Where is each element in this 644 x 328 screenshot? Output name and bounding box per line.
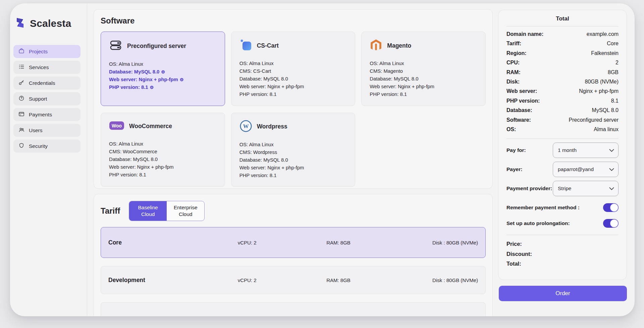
pay-for-select[interactable]: 1 month [553, 143, 619, 158]
shield-icon [18, 143, 24, 150]
tariff-title: Tariff [101, 206, 120, 216]
tariff-name: Core [108, 239, 238, 246]
software-card-title: WooCommerce [129, 123, 172, 130]
spec-line-os: OS: Alma Linux [239, 141, 347, 148]
help-circle-icon [18, 95, 24, 103]
payer-select[interactable]: paparrot@yand [553, 162, 619, 177]
svg-text:Woo: Woo [112, 123, 122, 128]
summary-row-disk: Disk:80GB (NVMe) [506, 77, 619, 87]
price-rows: Price: Discount: Total: [506, 239, 619, 269]
software-title: Software [101, 16, 486, 25]
tariff-row-development[interactable]: Development vCPU: 2 RAM: 8GB Disk : 80GB… [101, 266, 486, 294]
spec-line-database: Database: MySQL 8.0 [239, 157, 347, 163]
spec-line-os: OS: Alma Linux [109, 61, 217, 67]
sidebar-item-support[interactable]: Support [13, 92, 80, 105]
payment-provider-row: Payment provider: Stripe [506, 181, 619, 196]
summary-row-tariff: Tariff:Core [506, 39, 619, 48]
auto-prolongation-label: Set up auto prolongation: [506, 220, 570, 226]
summary-rows: Domain name:example.com Tariff:Core Regi… [506, 30, 619, 134]
sidebar-item-label: Security [29, 143, 48, 149]
tariff-row-partial [101, 302, 486, 316]
tariff-disk: Disk : 80GB (NVMe) [412, 277, 478, 283]
pay-for-row: Pay for: 1 month [506, 143, 619, 158]
briefcase-icon [18, 48, 24, 55]
summary-row-webserver: Web server:Nginx + php-fpm [506, 87, 619, 96]
tab-enterprise-cloud[interactable]: Enterprise Cloud [167, 201, 204, 221]
spec-line-webserver: Web server: Nginx + php-fpm⚙ [109, 76, 217, 83]
spec-line-webserver: Web server: Nginx + php-fpm [370, 83, 477, 90]
sidebar-item-credentials[interactable]: Credentials [13, 76, 80, 90]
tariff-vcpu: vCPU: 2 [238, 240, 326, 245]
magento-logo-icon [370, 39, 382, 53]
summary-row-database: Database:MySQL 8.0 [506, 106, 619, 115]
software-section: Software Preconfigured server OS: Alma L… [94, 9, 493, 189]
cloud-type-tabs: Baseline Cloud Enterprise Cloud [129, 201, 205, 221]
chevron-down-icon [609, 147, 614, 153]
credit-card-icon [18, 111, 24, 118]
remember-payment-row: Remember payment method : [506, 203, 619, 212]
spec-line-php: PHP version: 8.1 [370, 91, 477, 98]
spec-line-webserver: Web server: Nginx + php-fpm [239, 83, 347, 90]
software-card-title: Preconfigured server [127, 43, 186, 50]
software-card-title: CS-Cart [257, 42, 279, 49]
spec-line-cms: CMS: Magento [370, 68, 477, 74]
spec-line-cms: CMS: WooCommerce [109, 148, 217, 155]
tariff-name: Development [108, 277, 238, 284]
spec-line-cms: CMS: Wordpress [239, 149, 347, 156]
software-card-preconfigured-server[interactable]: Preconfigured server OS: Alma Linux Data… [101, 32, 225, 106]
tariff-ram: RAM: 8GB [326, 240, 411, 245]
sidebar-item-payments[interactable]: Payments [13, 108, 80, 121]
sidebar: Scalesta Projects Services [10, 3, 87, 316]
list-icon [18, 64, 24, 71]
chevron-down-icon [609, 185, 614, 192]
scalesta-logo-icon [14, 17, 26, 30]
wordpress-logo-icon: W [239, 120, 252, 134]
auto-prolongation-row: Set up auto prolongation: [506, 219, 619, 228]
software-card-magento[interactable]: Magento OS: Alma Linux CMS: Magento Data… [361, 32, 486, 106]
payer-label: Payer: [506, 166, 522, 172]
payment-provider-select[interactable]: Stripe [553, 181, 619, 196]
price-row: Price: [506, 239, 619, 249]
payment-provider-label: Payment provider: [506, 185, 552, 192]
app-window: Scalesta Projects Services [10, 3, 635, 316]
order-summary-panel: Total Domain name:example.com Tariff:Cor… [498, 10, 627, 280]
software-card-cs-cart[interactable]: CS-Cart OS: Alma Linux CMS: CS-Cart Data… [231, 32, 356, 106]
sidebar-item-projects[interactable]: Projects [13, 45, 80, 58]
sidebar-item-label: Projects [29, 49, 48, 55]
divider [506, 26, 619, 26]
tab-baseline-cloud[interactable]: Baseline Cloud [129, 201, 167, 221]
sidebar-item-label: Users [29, 127, 42, 133]
svg-text:W: W [243, 123, 249, 129]
spec-line-database: Database: MySQL 8.0 [370, 75, 477, 82]
tariff-disk: Disk : 80GB (NVMe) [412, 240, 478, 245]
remember-payment-label: Remember payment method : [506, 205, 580, 211]
sidebar-item-label: Credentials [29, 80, 55, 86]
spec-line-webserver: Web server: Nginx + php-fpm [239, 164, 347, 171]
auto-prolongation-toggle[interactable] [603, 219, 619, 228]
tariff-row-core[interactable]: Core vCPU: 2 RAM: 8GB Disk : 80GB (NVMe) [101, 227, 486, 258]
spec-line-webserver: Web server: Nginx + php-fpm [109, 164, 217, 170]
order-button[interactable]: Order [499, 286, 627, 301]
tariff-ram: RAM: 8GB [326, 277, 411, 283]
gear-icon[interactable]: ⚙ [161, 69, 165, 74]
remember-payment-toggle[interactable] [603, 203, 619, 212]
software-card-woocommerce[interactable]: Woo WooCommerce OS: Alma Linux CMS: WooC… [101, 113, 225, 187]
divider [506, 235, 619, 235]
software-card-title: Wordpress [257, 123, 287, 130]
spec-line-php: PHP version: 8.1 [239, 172, 347, 179]
key-icon [18, 79, 24, 87]
brand-name: Scalesta [30, 18, 71, 29]
gear-icon[interactable]: ⚙ [150, 85, 154, 90]
software-card-title: Magento [387, 42, 411, 49]
sidebar-item-services[interactable]: Services [13, 61, 80, 74]
spec-line-php: PHP version: 8.1 [109, 171, 217, 178]
spec-line-cms: CMS: CS-Cart [239, 68, 347, 74]
cs-cart-logo-icon [239, 39, 252, 53]
sidebar-item-users[interactable]: Users [13, 124, 80, 137]
sidebar-item-security[interactable]: Security [13, 140, 80, 153]
users-icon [18, 127, 24, 134]
gear-icon[interactable]: ⚙ [180, 77, 184, 82]
summary-row-os: OS:Alma linux [506, 125, 619, 134]
pay-for-label: Pay for: [506, 147, 526, 153]
software-card-wordpress[interactable]: W Wordpress OS: Alma Linux CMS: Wordpres… [231, 113, 356, 187]
